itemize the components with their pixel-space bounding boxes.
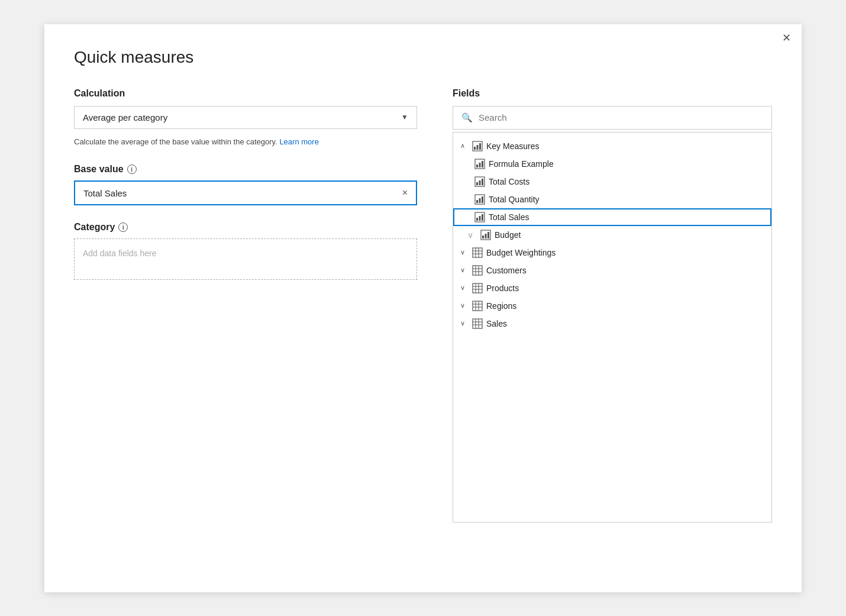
tree-item-budget[interactable]: ∨ Budget [453, 226, 771, 244]
svg-rect-29 [473, 266, 482, 275]
tree-item-key-measures[interactable]: ∧ Key Measures [453, 137, 771, 155]
learn-more-link[interactable]: Learn more [279, 137, 318, 146]
tree-item-products[interactable]: ∨ Products [453, 279, 771, 297]
dialog-title: Quick measures [74, 48, 772, 67]
svg-rect-9 [476, 182, 478, 185]
calculation-selected-value: Average per category [83, 112, 167, 122]
svg-rect-5 [476, 165, 478, 167]
category-label: Category i [74, 222, 417, 233]
tree-item-total-sales[interactable]: Total Sales [453, 208, 771, 226]
tree-item-label: Key Measures [486, 141, 539, 151]
tree-item-regions[interactable]: ∨ Regions [453, 297, 771, 315]
chevron-up-icon: ∧ [460, 142, 469, 150]
category-placeholder: Add data fields here [83, 249, 157, 258]
svg-rect-1 [474, 147, 476, 150]
svg-rect-34 [473, 283, 482, 293]
svg-rect-6 [479, 163, 481, 167]
table-icon [472, 318, 483, 329]
left-column: Calculation Average per category ▼ Calcu… [74, 88, 417, 523]
svg-rect-17 [476, 218, 478, 221]
svg-rect-11 [482, 179, 483, 185]
svg-rect-13 [476, 200, 478, 203]
tree-item-label: Budget Weightings [486, 248, 556, 257]
fields-tree: ∧ Key Measures [453, 132, 772, 523]
quick-measures-dialog: ✕ Quick measures Calculation Average per… [44, 24, 802, 592]
calculation-description: Calculate the average of the base value … [74, 136, 417, 148]
tree-item-total-costs[interactable]: Total Costs [453, 173, 771, 191]
right-column: Fields 🔍 ∧ Key Measures [453, 88, 772, 523]
calculation-dropdown[interactable]: Average per category ▼ [74, 106, 417, 129]
base-value-text: Total Sales [83, 188, 127, 198]
base-value-info-icon: i [127, 165, 137, 174]
tree-item-customers[interactable]: ∨ Customers [453, 262, 771, 279]
table-icon [472, 301, 483, 311]
search-input[interactable] [479, 112, 763, 122]
measure-icon [472, 141, 483, 151]
chevron-down-icon: ∨ [467, 230, 476, 240]
tree-item-label: Sales [486, 319, 507, 328]
chevron-down-icon: ∨ [460, 302, 469, 309]
svg-rect-18 [479, 216, 481, 221]
search-icon: 🔍 [461, 112, 473, 123]
svg-rect-15 [482, 196, 483, 203]
tree-item-label: Total Quantity [489, 195, 540, 204]
fields-label: Fields [453, 88, 772, 99]
search-box: 🔍 [453, 106, 772, 130]
svg-rect-21 [482, 236, 484, 238]
svg-rect-23 [487, 232, 489, 238]
svg-rect-24 [473, 248, 482, 257]
calculation-label: Calculation [74, 88, 417, 99]
tree-item-label: Budget [495, 230, 521, 240]
category-dropzone[interactable]: Add data fields here [74, 238, 417, 280]
close-button[interactable]: ✕ [782, 33, 791, 43]
tree-item-label: Total Costs [489, 177, 529, 186]
dropdown-arrow-icon: ▼ [401, 113, 408, 121]
chevron-down-icon: ∨ [460, 284, 469, 292]
svg-rect-10 [479, 180, 481, 185]
clear-base-value-button[interactable]: × [402, 188, 408, 198]
tree-item-label: Customers [486, 266, 527, 275]
chevron-down-icon: ∨ [460, 320, 469, 327]
measure-icon [474, 176, 485, 187]
tree-item-label: Products [486, 283, 519, 293]
svg-rect-7 [482, 161, 483, 167]
measure-icon [480, 230, 491, 240]
svg-rect-39 [473, 301, 482, 311]
base-value-label: Base value i [74, 164, 417, 175]
tree-item-label: Total Sales [489, 212, 529, 222]
svg-rect-22 [485, 234, 487, 238]
tree-item-total-quantity[interactable]: Total Quantity [453, 191, 771, 208]
tree-item-label: Formula Example [489, 159, 554, 169]
svg-rect-2 [477, 145, 479, 150]
chevron-down-icon: ∨ [460, 249, 469, 256]
category-info-icon: i [118, 222, 128, 232]
tree-item-budget-weightings[interactable]: ∨ Budget Weightings [453, 244, 771, 262]
table-icon [472, 283, 483, 294]
svg-rect-3 [479, 143, 481, 150]
tree-item-label: Regions [486, 301, 516, 311]
svg-rect-19 [482, 214, 483, 221]
tree-item-sales[interactable]: ∨ Sales [453, 315, 771, 333]
base-value-box[interactable]: Total Sales × [74, 180, 417, 205]
svg-rect-44 [473, 319, 482, 328]
tree-item-formula-example[interactable]: Formula Example [453, 155, 771, 173]
chevron-down-icon: ∨ [460, 266, 469, 274]
table-icon [472, 265, 483, 276]
measure-icon [474, 159, 485, 169]
measure-icon [474, 194, 485, 205]
svg-rect-14 [479, 198, 481, 203]
table-icon [472, 247, 483, 258]
measure-icon [474, 212, 485, 222]
